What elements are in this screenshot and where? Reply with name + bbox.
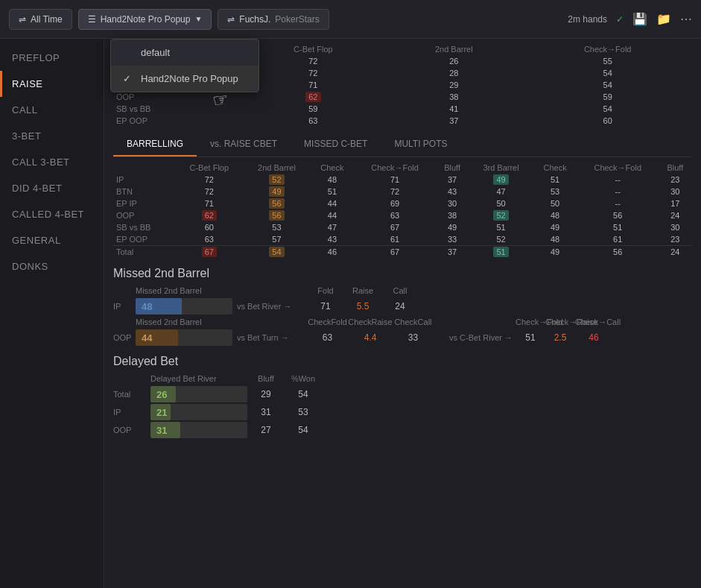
header-raise: Raise (344, 286, 381, 295)
delayed-ip-label: IP (113, 408, 150, 417)
more-button[interactable]: ⋯ (680, 12, 692, 26)
delayed-oop-bluff: 27 (247, 425, 285, 435)
folder-button[interactable]: 📁 (656, 12, 671, 26)
ip-label: IP (113, 302, 136, 311)
tab-icon: ⇌ (227, 14, 235, 25)
table-row: SB vs BB 60 53 47 67 49 51 49 51 30 (113, 221, 692, 233)
oop-river-46: 46 (575, 332, 612, 343)
oop-header-check-fold-r: Check→Fold (516, 317, 545, 326)
delayed-total-pctwon: 54 (285, 389, 322, 399)
sidebar-item-general[interactable]: GENERAL (0, 227, 104, 253)
hands-count-label: 2m hands (568, 14, 607, 25)
oop-arrow-text: vs Bet Turn → (232, 333, 307, 342)
delayed-oop-label: OOP (113, 426, 150, 434)
sidebar-item-call3bet[interactable]: CALL 3-BET (0, 149, 104, 175)
oop-header-river (434, 317, 516, 326)
oop-label: OOP (113, 333, 136, 342)
topbar: ⇌ All Time ☰ Hand2Note Pro Popup ▼ ⇌ Fuc… (0, 0, 701, 39)
delayed-ip-bar-value: 21 (156, 407, 167, 418)
popup-icon: ☰ (88, 14, 96, 25)
dropdown-item-hand2note[interactable]: ✓ Hand2Note Pro Popup (111, 66, 258, 92)
dropdown-hand2note-label: Hand2Note Pro Popup (141, 73, 238, 84)
delayed-ip-row: IP 21 31 53 (113, 404, 692, 420)
sidebar-item-3bet[interactable]: 3-BET (0, 123, 104, 149)
main-layout: PREFLOP RAISE CALL 3-BET CALL 3-BET DID … (0, 39, 701, 588)
delayed-oop-bar-value: 31 (156, 425, 167, 436)
oop-header-check-raise-r: Check→Raise (545, 317, 575, 326)
topbar-right: 2m hands ✓ 💾 📁 ⋯ (568, 12, 692, 26)
oop-checkraise-val: 4.4 (348, 332, 393, 343)
player-tab-button[interactable]: ⇌ FuchsJ. PokerStars (218, 9, 329, 30)
sidebar: PREFLOP RAISE CALL 3-BET CALL 3-BET DID … (0, 39, 104, 588)
table-row: SB vs BB 59 41 54 (113, 103, 692, 115)
col-header-2barrel: 2nd Barrel (384, 43, 523, 55)
delayed-oop-row: OOP 31 27 54 (113, 422, 692, 438)
delayed-total-label: Total (113, 390, 150, 399)
selected-check-icon: ✓ (123, 73, 135, 84)
popup-dropdown: default ✓ Hand2Note Pro Popup (110, 39, 259, 92)
sidebar-item-donks[interactable]: DONKS (0, 253, 104, 279)
missed-oop-headers: Missed 2nd Barrel CheckFold CheckRaise C… (113, 316, 692, 328)
ip-bar-value: 48 (142, 301, 152, 312)
player-label: FuchsJ. (239, 14, 270, 25)
popup-label: Hand2Note Pro Popup (101, 14, 191, 25)
oop-river-arrow: vs C-Bet River → (434, 333, 516, 342)
table-row-total: Total 67 54 46 67 37 51 49 56 24 (113, 246, 692, 259)
all-time-button[interactable]: ⇌ All Time (9, 9, 72, 30)
col-header-checkfold: Check→Fold (523, 43, 692, 55)
missed-oop-row: OOP 44 vs Bet Turn → 63 4.4 33 vs C-Bet … (113, 329, 692, 346)
table-row: EP IP 71 56 44 69 30 50 50 -- 17 (113, 197, 692, 209)
site-label: PokerStars (275, 14, 319, 25)
delayed-header-bluff: Bluff (247, 374, 285, 383)
table-row: OOP 62 56 44 63 38 52 48 56 24 (113, 209, 692, 221)
content-area: C-Bet Flop 2nd Barrel Check→Fold IP 72 2… (104, 39, 701, 588)
delayed-oop-bar: 31 (150, 422, 247, 438)
delayed-bet-title: Delayed Bet (113, 355, 692, 368)
col-header-cbet: C-Bet Flop (241, 43, 384, 55)
missed-ip-headers: Missed 2nd Barrel Fold Raise Call (113, 285, 692, 297)
ip-bar: 48 (136, 298, 232, 314)
header-fold: Fold (307, 286, 344, 295)
delayed-total-bar-value: 26 (156, 389, 167, 400)
popup-selector-button[interactable]: ☰ Hand2Note Pro Popup ▼ (78, 9, 212, 30)
sidebar-item-did4bet[interactable]: DID 4-BET (0, 175, 104, 201)
oop-checkcall-val: 33 (393, 332, 434, 343)
header-missed-2nd-barrel: Missed 2nd Barrel (136, 286, 232, 295)
sidebar-item-called4bet[interactable]: CALLED 4-BET (0, 201, 104, 227)
table-row: BTN 72 49 51 72 43 47 53 -- 30 (113, 186, 692, 197)
sidebar-item-raise[interactable]: RAISE (0, 71, 104, 97)
missed-ip-row: IP 48 vs Bet River → 71 5.5 24 (113, 298, 692, 314)
sync-check-icon: ✓ (616, 14, 624, 25)
oop-header-checkfold: CheckFold (307, 317, 348, 326)
delayed-total-bar: 26 (150, 386, 247, 402)
delayed-header-bar: Delayed Bet River (150, 374, 247, 383)
barrel-tabs: BARRELLING vs. RAISE CBET MISSED C-BET M… (113, 133, 692, 157)
delayed-total-bluff: 29 (247, 389, 285, 399)
dropdown-item-default[interactable]: default (111, 39, 258, 66)
table-row: EP OOP 63 57 43 61 33 52 48 61 23 (113, 233, 692, 246)
sidebar-item-preflop[interactable]: PREFLOP (0, 45, 104, 71)
tab-vs-raise-cbet[interactable]: vs. RAISE CBET (197, 133, 291, 157)
sidebar-item-call[interactable]: CALL (0, 97, 104, 123)
filter-icon: ⇌ (19, 14, 26, 25)
delayed-ip-bluff: 31 (247, 407, 285, 417)
oop-river-2-5: 2.5 (545, 332, 575, 343)
check-placeholder (123, 47, 135, 58)
ip-fold-val: 71 (307, 301, 344, 312)
header-call: Call (381, 286, 419, 295)
tab-multi-pots[interactable]: MULTI POTS (381, 133, 460, 157)
oop-header-checkcall: CheckCall (393, 317, 434, 326)
oop-header-check-call-r: Check→Call (575, 317, 612, 326)
oop-bar: 44 (136, 329, 232, 346)
delayed-header-pctwon: %Won (285, 374, 322, 383)
table-row: IP 72 52 48 71 37 49 51 -- 23 (113, 174, 692, 186)
save-button[interactable]: 💾 (632, 12, 647, 26)
tab-missed-cbet[interactable]: MISSED C-BET (291, 133, 381, 157)
all-time-label: All Time (31, 14, 63, 25)
missed-2nd-barrel-title: Missed 2nd Barrel (113, 267, 692, 280)
chevron-down-icon: ▼ (194, 15, 202, 23)
ip-raise-val: 5.5 (344, 301, 381, 312)
tab-barrelling[interactable]: BARRELLING (113, 133, 197, 157)
dropdown-default-label: default (141, 47, 170, 58)
delayed-headers: Delayed Bet River Bluff %Won (113, 373, 692, 385)
